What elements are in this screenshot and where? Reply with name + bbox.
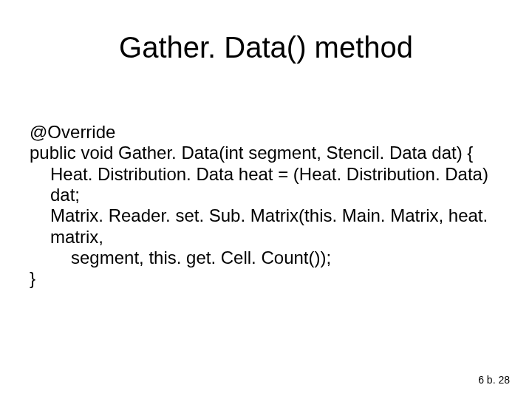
slide-title: Gather. Data() method [0,31,532,64]
code-block: @Override public void Gather. Data(int s… [30,122,502,290]
code-line: Matrix. Reader. set. Sub. Matrix(this. M… [30,205,502,248]
code-line: segment, this. get. Cell. Count()); [30,248,502,268]
code-line: } [30,268,35,288]
slide: Gather. Data() method @Override public v… [0,0,532,399]
code-line: @Override [30,122,115,142]
code-line: Heat. Distribution. Data heat = (Heat. D… [30,164,502,206]
code-line: public void Gather. Data(int segment, St… [30,143,473,163]
page-number: 6 b. 28 [478,374,510,386]
